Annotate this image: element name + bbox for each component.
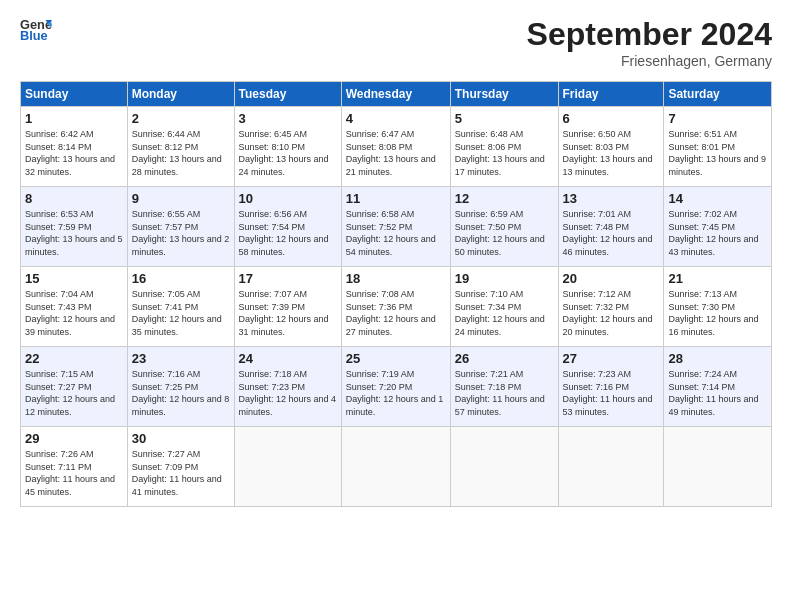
day-number: 24 [239,351,337,366]
table-row: 26 Sunrise: 7:21 AMSunset: 7:18 PMDaylig… [450,347,558,427]
table-row [341,427,450,507]
table-row: 24 Sunrise: 7:18 AMSunset: 7:23 PMDaylig… [234,347,341,427]
day-number: 18 [346,271,446,286]
table-row: 27 Sunrise: 7:23 AMSunset: 7:16 PMDaylig… [558,347,664,427]
table-row: 16 Sunrise: 7:05 AMSunset: 7:41 PMDaylig… [127,267,234,347]
table-row: 12 Sunrise: 6:59 AMSunset: 7:50 PMDaylig… [450,187,558,267]
day-info: Sunrise: 6:59 AMSunset: 7:50 PMDaylight:… [455,209,545,257]
day-info: Sunrise: 7:26 AMSunset: 7:11 PMDaylight:… [25,449,115,497]
day-info: Sunrise: 6:53 AMSunset: 7:59 PMDaylight:… [25,209,123,257]
day-info: Sunrise: 7:02 AMSunset: 7:45 PMDaylight:… [668,209,758,257]
table-row: 8 Sunrise: 6:53 AMSunset: 7:59 PMDayligh… [21,187,128,267]
table-row [664,427,772,507]
day-info: Sunrise: 7:04 AMSunset: 7:43 PMDaylight:… [25,289,115,337]
day-number: 14 [668,191,767,206]
day-number: 23 [132,351,230,366]
day-number: 3 [239,111,337,126]
day-number: 25 [346,351,446,366]
col-wednesday: Wednesday [341,82,450,107]
day-info: Sunrise: 7:10 AMSunset: 7:34 PMDaylight:… [455,289,545,337]
day-number: 16 [132,271,230,286]
table-row [450,427,558,507]
day-number: 30 [132,431,230,446]
location: Friesenhagen, Germany [527,53,772,69]
table-row [234,427,341,507]
table-row: 4 Sunrise: 6:47 AMSunset: 8:08 PMDayligh… [341,107,450,187]
month-title: September 2024 [527,16,772,53]
day-number: 12 [455,191,554,206]
day-number: 13 [563,191,660,206]
calendar-week-row: 1 Sunrise: 6:42 AMSunset: 8:14 PMDayligh… [21,107,772,187]
day-info: Sunrise: 6:51 AMSunset: 8:01 PMDaylight:… [668,129,766,177]
table-row: 23 Sunrise: 7:16 AMSunset: 7:25 PMDaylig… [127,347,234,427]
day-number: 4 [346,111,446,126]
calendar-week-row: 22 Sunrise: 7:15 AMSunset: 7:27 PMDaylig… [21,347,772,427]
day-info: Sunrise: 7:15 AMSunset: 7:27 PMDaylight:… [25,369,115,417]
table-row: 20 Sunrise: 7:12 AMSunset: 7:32 PMDaylig… [558,267,664,347]
day-info: Sunrise: 7:12 AMSunset: 7:32 PMDaylight:… [563,289,653,337]
table-row [558,427,664,507]
col-friday: Friday [558,82,664,107]
table-row: 17 Sunrise: 7:07 AMSunset: 7:39 PMDaylig… [234,267,341,347]
table-row: 19 Sunrise: 7:10 AMSunset: 7:34 PMDaylig… [450,267,558,347]
day-info: Sunrise: 7:08 AMSunset: 7:36 PMDaylight:… [346,289,436,337]
table-row: 22 Sunrise: 7:15 AMSunset: 7:27 PMDaylig… [21,347,128,427]
day-info: Sunrise: 6:44 AMSunset: 8:12 PMDaylight:… [132,129,222,177]
col-sunday: Sunday [21,82,128,107]
calendar-week-row: 8 Sunrise: 6:53 AMSunset: 7:59 PMDayligh… [21,187,772,267]
table-row: 10 Sunrise: 6:56 AMSunset: 7:54 PMDaylig… [234,187,341,267]
table-row: 25 Sunrise: 7:19 AMSunset: 7:20 PMDaylig… [341,347,450,427]
day-info: Sunrise: 7:07 AMSunset: 7:39 PMDaylight:… [239,289,329,337]
day-number: 10 [239,191,337,206]
day-info: Sunrise: 7:05 AMSunset: 7:41 PMDaylight:… [132,289,222,337]
day-number: 2 [132,111,230,126]
day-number: 6 [563,111,660,126]
logo-icon: General Blue [20,16,52,44]
day-info: Sunrise: 6:50 AMSunset: 8:03 PMDaylight:… [563,129,653,177]
table-row: 1 Sunrise: 6:42 AMSunset: 8:14 PMDayligh… [21,107,128,187]
day-info: Sunrise: 7:01 AMSunset: 7:48 PMDaylight:… [563,209,653,257]
col-monday: Monday [127,82,234,107]
table-row: 2 Sunrise: 6:44 AMSunset: 8:12 PMDayligh… [127,107,234,187]
title-section: September 2024 Friesenhagen, Germany [527,16,772,69]
day-info: Sunrise: 7:18 AMSunset: 7:23 PMDaylight:… [239,369,337,417]
day-number: 21 [668,271,767,286]
table-row: 15 Sunrise: 7:04 AMSunset: 7:43 PMDaylig… [21,267,128,347]
logo: General Blue [20,16,54,44]
table-row: 28 Sunrise: 7:24 AMSunset: 7:14 PMDaylig… [664,347,772,427]
day-number: 15 [25,271,123,286]
day-number: 27 [563,351,660,366]
day-info: Sunrise: 6:45 AMSunset: 8:10 PMDaylight:… [239,129,329,177]
table-row: 18 Sunrise: 7:08 AMSunset: 7:36 PMDaylig… [341,267,450,347]
table-row: 6 Sunrise: 6:50 AMSunset: 8:03 PMDayligh… [558,107,664,187]
svg-text:Blue: Blue [20,28,48,43]
table-row: 30 Sunrise: 7:27 AMSunset: 7:09 PMDaylig… [127,427,234,507]
calendar-week-row: 29 Sunrise: 7:26 AMSunset: 7:11 PMDaylig… [21,427,772,507]
day-number: 20 [563,271,660,286]
day-number: 29 [25,431,123,446]
calendar-week-row: 15 Sunrise: 7:04 AMSunset: 7:43 PMDaylig… [21,267,772,347]
day-info: Sunrise: 6:48 AMSunset: 8:06 PMDaylight:… [455,129,545,177]
table-row: 13 Sunrise: 7:01 AMSunset: 7:48 PMDaylig… [558,187,664,267]
table-row: 5 Sunrise: 6:48 AMSunset: 8:06 PMDayligh… [450,107,558,187]
table-row: 11 Sunrise: 6:58 AMSunset: 7:52 PMDaylig… [341,187,450,267]
day-number: 28 [668,351,767,366]
day-number: 9 [132,191,230,206]
day-info: Sunrise: 7:16 AMSunset: 7:25 PMDaylight:… [132,369,230,417]
day-info: Sunrise: 7:13 AMSunset: 7:30 PMDaylight:… [668,289,758,337]
table-row: 29 Sunrise: 7:26 AMSunset: 7:11 PMDaylig… [21,427,128,507]
day-info: Sunrise: 6:42 AMSunset: 8:14 PMDaylight:… [25,129,115,177]
table-row: 3 Sunrise: 6:45 AMSunset: 8:10 PMDayligh… [234,107,341,187]
day-number: 11 [346,191,446,206]
page: General Blue September 2024 Friesenhagen… [0,0,792,517]
day-number: 17 [239,271,337,286]
table-row: 9 Sunrise: 6:55 AMSunset: 7:57 PMDayligh… [127,187,234,267]
header: General Blue September 2024 Friesenhagen… [20,16,772,69]
col-saturday: Saturday [664,82,772,107]
day-number: 8 [25,191,123,206]
table-row: 14 Sunrise: 7:02 AMSunset: 7:45 PMDaylig… [664,187,772,267]
day-info: Sunrise: 7:21 AMSunset: 7:18 PMDaylight:… [455,369,545,417]
day-info: Sunrise: 7:19 AMSunset: 7:20 PMDaylight:… [346,369,444,417]
day-info: Sunrise: 7:23 AMSunset: 7:16 PMDaylight:… [563,369,653,417]
table-row: 7 Sunrise: 6:51 AMSunset: 8:01 PMDayligh… [664,107,772,187]
